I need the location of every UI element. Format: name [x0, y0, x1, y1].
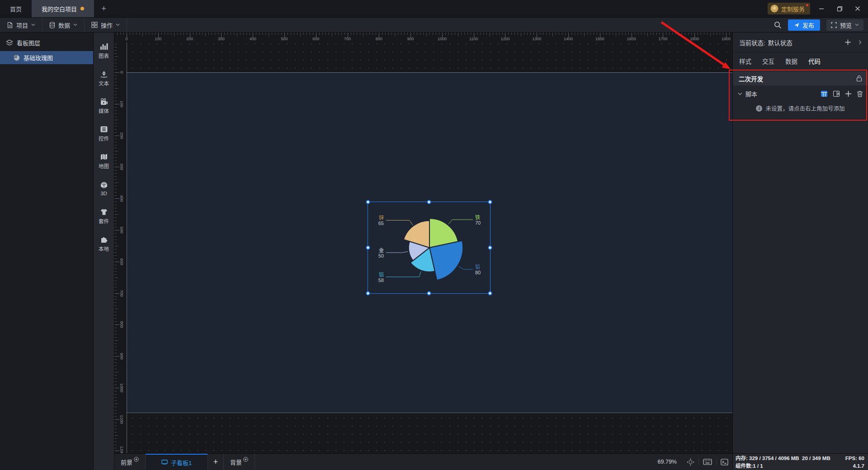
toolbar-item-label: 文本: [99, 80, 109, 87]
toolbar-item-label: 媒体: [99, 107, 109, 114]
properties-panel: 当前状态: 默认状态 样式 交互 数据 代码 二次开发 脚本: [732, 33, 868, 453]
resize-handle-n[interactable]: [427, 200, 431, 204]
menu-divider: [127, 18, 127, 32]
resize-handle-nw[interactable]: [366, 200, 370, 204]
window-tab-bar: 首页 我的空白项目 + 定制服务: [0, 0, 868, 18]
hint-text: 未设置，请点击右上角加号添加: [765, 104, 844, 113]
add-state-icon[interactable]: [844, 39, 851, 46]
close-button[interactable]: [851, 2, 864, 15]
board-tab-label: 子看板1: [171, 458, 192, 467]
script-empty-hint: i 未设置，请点击右上角加号添加: [733, 102, 868, 117]
shortcut-keys-button[interactable]: [699, 459, 716, 465]
secondary-dev-section-header[interactable]: 二次开发: [733, 71, 868, 85]
fit-screen-icon: [687, 458, 694, 466]
menu-project-label: 项目: [16, 21, 28, 29]
background-label: 背景: [230, 458, 242, 466]
toolbar-item-text[interactable]: 文本: [94, 65, 114, 92]
menu-operations[interactable]: 操作: [85, 18, 127, 32]
layer-item-rose-chart[interactable]: 基础玫瑰图: [0, 51, 93, 64]
section-title: 二次开发: [739, 74, 763, 83]
toolbar-item-label: 3D: [100, 191, 107, 196]
foreground-button[interactable]: 前景: [114, 454, 145, 470]
document-icon: [7, 22, 13, 28]
toolbar-item-controls[interactable]: 控件: [94, 120, 114, 147]
resize-handle-se[interactable]: [488, 291, 492, 296]
resize-handle-w[interactable]: [366, 246, 370, 250]
toolbar-item-local[interactable]: 本地: [94, 230, 114, 258]
minimize-button[interactable]: [815, 2, 828, 15]
add-foreground-icon[interactable]: [134, 457, 139, 462]
publish-button[interactable]: 发布: [788, 19, 820, 31]
board-icon: [161, 460, 168, 465]
delete-icon[interactable]: [857, 90, 863, 97]
tab-style[interactable]: 样式: [739, 56, 751, 70]
restore-button[interactable]: [833, 2, 846, 15]
tab-home[interactable]: 首页: [0, 0, 32, 17]
tab-code[interactable]: 代码: [808, 56, 821, 70]
table-editor-icon[interactable]: [821, 90, 828, 97]
toolbar-item-label: 套件: [99, 217, 109, 225]
add-background-icon[interactable]: [243, 457, 248, 462]
toolbar-item-label: 图表: [99, 52, 109, 59]
tab-home-label: 首页: [10, 5, 22, 13]
info-icon: i: [756, 105, 762, 112]
tab-data[interactable]: 数据: [785, 56, 797, 70]
resize-handle-sw[interactable]: [366, 291, 370, 296]
resize-handle-ne[interactable]: [488, 200, 492, 204]
layer-item-label: 基础玫瑰图: [24, 53, 53, 62]
version-number: 4.1.7: [853, 462, 864, 470]
memory-stats: 内存: 329 / 3754 / 4096 MB 20 / 349 MB: [736, 455, 830, 462]
toolbar-item-map[interactable]: 地图: [94, 147, 114, 175]
close-icon: [855, 6, 860, 11]
custom-service-label: 定制服务: [781, 5, 805, 13]
menu-project[interactable]: 项目: [0, 18, 42, 32]
resize-handle-s[interactable]: [427, 291, 431, 296]
layers-panel-header: 看板图层: [0, 33, 93, 51]
paper-plane-icon: [794, 22, 800, 28]
lock-icon[interactable]: [856, 75, 862, 82]
zoom-level: 69.79%: [658, 459, 677, 465]
selection-box[interactable]: [368, 202, 491, 294]
toolbar-item-kits[interactable]: 套件: [94, 202, 114, 230]
background-button[interactable]: 背景: [224, 454, 255, 470]
fit-screen-button[interactable]: [683, 458, 698, 466]
chevron-down-icon: [116, 24, 120, 26]
plus-icon: +: [101, 4, 106, 14]
collapse-chevron-icon[interactable]: [738, 92, 742, 95]
chevron-right-icon[interactable]: [859, 40, 862, 45]
custom-service-button[interactable]: 定制服务: [768, 3, 810, 14]
tab-interaction[interactable]: 交互: [762, 56, 774, 70]
toolbar-item-media[interactable]: 媒体: [94, 92, 114, 120]
chevron-down-icon: [855, 24, 859, 26]
script-section-row: 脚本: [733, 85, 868, 102]
fullscreen-icon: [831, 22, 837, 28]
grid-icon: [91, 22, 98, 28]
search-button[interactable]: [774, 21, 782, 29]
canvas-left-edge: [127, 42, 127, 453]
new-tab-button[interactable]: +: [94, 0, 113, 17]
database-icon: [49, 22, 55, 28]
notification-dot: [806, 4, 808, 6]
fps-stats: FPS: 60: [845, 455, 864, 462]
toolbar-item-3d[interactable]: 3D: [94, 175, 114, 202]
panel-tabs: 样式 交互 数据 代码: [733, 52, 868, 70]
current-state-row: 当前状态: 默认状态: [733, 33, 868, 52]
bottom-bar-divider: [255, 454, 255, 470]
tab-project[interactable]: 我的空白项目: [32, 0, 94, 17]
component-toolbar: 图表 文本 媒体 控件 地图: [94, 33, 114, 470]
board-tab-active[interactable]: 子看板1: [146, 454, 208, 470]
diamond-badge-icon: [770, 5, 778, 13]
console-button[interactable]: [717, 459, 732, 465]
split-panel-icon[interactable]: [833, 90, 840, 97]
layers-panel-title: 看板图层: [17, 38, 40, 47]
chevron-down-icon: [31, 24, 35, 26]
add-script-icon[interactable]: [845, 90, 852, 97]
preview-button[interactable]: 预览: [826, 19, 863, 31]
resize-handle-e[interactable]: [488, 246, 492, 250]
add-board-button[interactable]: +: [208, 454, 223, 470]
toolbar-item-charts[interactable]: 图表: [94, 37, 114, 65]
menu-data[interactable]: 数据: [42, 18, 84, 32]
vertical-ruler: 0100200300400500600700800900100011001200: [114, 42, 127, 453]
foreground-label: 前景: [121, 458, 132, 466]
toolbar-item-label: 地图: [99, 162, 109, 169]
